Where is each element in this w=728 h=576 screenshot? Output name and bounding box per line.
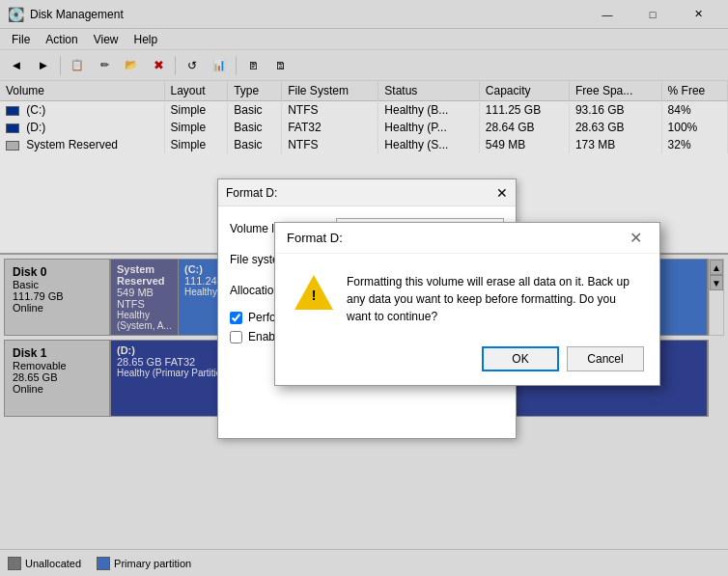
format-dialog-close[interactable]: ✕ bbox=[496, 185, 508, 201]
confirm-title: Format D: bbox=[287, 231, 623, 245]
warning-icon: ! bbox=[294, 273, 333, 312]
perform-checkbox[interactable] bbox=[230, 312, 242, 324]
enable-checkbox[interactable] bbox=[230, 331, 242, 343]
confirm-ok-button[interactable]: OK bbox=[482, 346, 559, 371]
warning-exclamation: ! bbox=[312, 288, 317, 302]
format-dialog-titlebar: Format D: ✕ bbox=[218, 179, 516, 206]
confirm-message: Formatting this volume will erase all da… bbox=[347, 273, 640, 325]
confirm-close-button[interactable]: ✕ bbox=[623, 226, 648, 251]
confirm-dialog: Format D: ✕ ! Formatting this volume wil… bbox=[274, 222, 660, 386]
format-dialog-title: Format D: bbox=[226, 186, 496, 200]
confirm-body: ! Formatting this volume will erase all … bbox=[275, 254, 659, 339]
confirm-cancel-button[interactable]: Cancel bbox=[567, 346, 644, 371]
confirm-titlebar: Format D: ✕ bbox=[275, 223, 659, 254]
confirm-buttons: OK Cancel bbox=[275, 339, 659, 385]
